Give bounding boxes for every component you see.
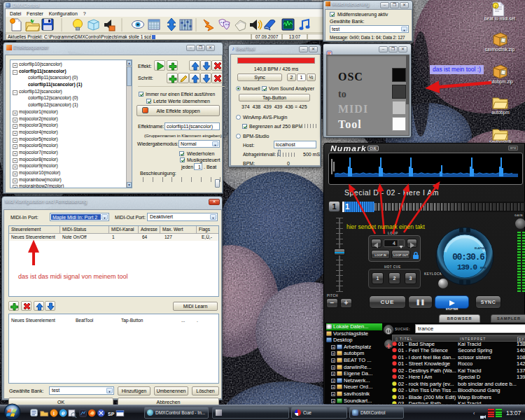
svg-text:BPM: BPM	[480, 267, 486, 270]
svg-text:SP: SP	[108, 412, 115, 416]
svg-text:00:30.6: 00:30.6	[452, 253, 484, 262]
svg-text:ELAPSED: ELAPSED	[475, 247, 486, 250]
svg-text:e: e	[62, 410, 65, 416]
svg-text:♪: ♪	[494, 4, 497, 8]
svg-text:139.0: 139.0	[457, 263, 477, 272]
svg-text:i: i	[53, 411, 55, 416]
